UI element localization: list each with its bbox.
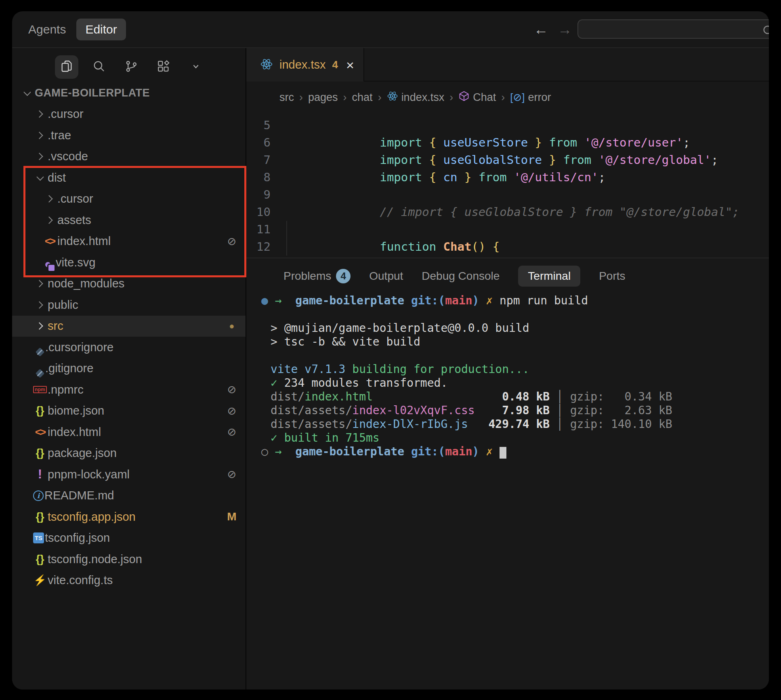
chevron-right-icon: › [449,91,453,104]
terminal-line: ✓ built in 715ms [246,431,769,445]
tree-row[interactable]: .trae [12,125,246,146]
tree-row-badge: ● [225,321,238,331]
tree-row[interactable]: assets [12,210,246,231]
tree-row[interactable]: .cursor [12,189,246,210]
tree-row[interactable]: tsconfig.node.json [12,549,246,570]
breadcrumb-file[interactable]: index.tsx [387,90,445,105]
more-views-button[interactable] [184,55,208,79]
tree-row-badge: ⊘ [225,468,238,481]
bracket-error-icon: [⊘] [510,91,525,104]
tree-row-badge: ⊘ [225,425,238,438]
sidebar-toolbar [12,55,246,82]
tree-row[interactable]: dist [12,167,246,189]
chevron-right-icon: › [378,91,382,104]
search-panel-button[interactable] [87,55,111,79]
terminal[interactable]: ● → game-boilerplate git:(main) ✗ npm ru… [246,294,769,690]
code-text: const { init } = useGlobalStore(); [380,257,634,258]
tree-row[interactable]: package.json [12,443,246,464]
tree-row[interactable]: pnpm-lock.yaml ⊘ [12,464,246,485]
tree-row-icon [33,363,44,374]
tree-row-label: vite.config.ts [48,574,113,587]
source-control-button[interactable] [120,55,143,79]
tree-row[interactable]: src ● [12,316,246,337]
extensions-button[interactable] [152,55,175,79]
symbol-cube-icon [458,90,470,105]
terminal-line: > @mujian/game-boilerplate@0.0.0 build [246,321,769,335]
close-icon[interactable]: × [346,58,354,72]
tree-row-icon [33,342,44,353]
tree-row[interactable]: biome.json ⊘ [12,400,246,422]
explorer-button[interactable] [55,55,78,79]
tab-agents[interactable]: Agents [28,23,66,36]
code-line: 10 function Chat() { [246,203,769,221]
line-number: 7 [246,151,271,169]
breadcrumb-chat[interactable]: chat [352,91,373,104]
chevron-right-icon: › [343,91,347,104]
tree-row-label: index.html [48,425,101,439]
react-icon [387,90,398,105]
tree-row[interactable]: GAME-BOILERPLATE [12,82,246,104]
extensions-icon [157,59,170,75]
back-arrow-icon[interactable]: ← [534,21,548,38]
tree-row[interactable]: tsconfig.json [12,528,246,549]
tree-row-label: public [48,298,78,312]
tree-row-icon [33,490,44,501]
tree-row-icon [33,553,47,566]
tab-ports[interactable]: Ports [599,270,625,283]
code-line: 11 const { init } = useGlobalStore(); [246,221,769,238]
sidebar: GAME-BOILERPLATE .cursor .trae .vscode [12,48,246,690]
terminal-line: ✓ 234 modules transformed. [246,376,769,390]
top-bar: Agents Editor ← → [12,11,769,48]
tab-problems[interactable]: Problems 4 [283,269,351,283]
line-number: 6 [246,134,271,151]
code-line: 8 // import { useGlobalStore } from "@/s… [246,169,769,186]
line-number: 10 [246,203,271,221]
breadcrumb-symbol-chat[interactable]: Chat [458,90,496,105]
tree-row[interactable]: .npmrc ⊘ [12,379,246,400]
tree-row[interactable]: index.html ⊘ [12,231,246,252]
tab-debug-console[interactable]: Debug Console [422,270,500,283]
forward-arrow-icon[interactable]: → [558,21,572,38]
tree-row[interactable]: .cursorignore [12,337,246,358]
tree-row[interactable]: tsconfig.app.json M [12,506,246,528]
code-line: 4 import { useUserStore } from '@/store/… [246,113,769,117]
tree-row-icon [33,404,47,417]
tree-row-icon [33,447,47,459]
tree-row[interactable]: .vscode [12,146,246,168]
breadcrumb-symbol-error[interactable]: [⊘] error [510,91,551,104]
tree-row-label: tsconfig.app.json [48,510,136,524]
tree-row-icon [33,323,47,329]
tab-output[interactable]: Output [369,270,403,283]
file-tree: GAME-BOILERPLATE .cursor .trae .vscode [12,82,246,591]
tree-row-label: tsconfig.json [45,531,110,545]
tree-row[interactable]: .gitignore [12,358,246,379]
tree-row[interactable]: public [12,294,246,316]
tree-row[interactable]: vite.svg [12,252,246,273]
tree-row[interactable]: README.md [12,485,246,507]
search-icon [762,24,769,39]
tree-row-label: biome.json [48,404,104,417]
tab-terminal[interactable]: Terminal [518,266,580,287]
main-area: GAME-BOILERPLATE .cursor .trae .vscode [12,48,769,690]
tree-row-label: .npmrc [48,383,84,396]
breadcrumb-pages[interactable]: pages [308,91,338,104]
files-icon [60,59,73,75]
code-editor[interactable]: 4 import { useUserStore } from '@/store/… [246,113,769,258]
tree-row[interactable]: index.html ⊘ [12,421,246,443]
tree-row-label: README.md [44,489,114,502]
line-number: 9 [246,186,271,203]
tree-row-icon [43,196,57,201]
tab-index-tsx[interactable]: index.tsx 4 × [246,48,364,82]
tree-row-label: node_modules [48,277,124,290]
tree-row-icon [33,176,47,180]
search-input[interactable] [577,19,769,39]
tree-row[interactable]: vite.config.ts [12,570,246,591]
tree-row-label: .vscode [48,150,88,163]
tree-row[interactable]: node_modules [12,273,246,295]
tab-editor[interactable]: Editor [76,19,126,40]
tree-row-icon [33,133,47,138]
tree-row[interactable]: .cursor [12,104,246,125]
breadcrumb-src[interactable]: src [279,91,294,104]
chevron-down-icon [190,60,202,74]
tree-row-label: .cursor [57,192,93,205]
